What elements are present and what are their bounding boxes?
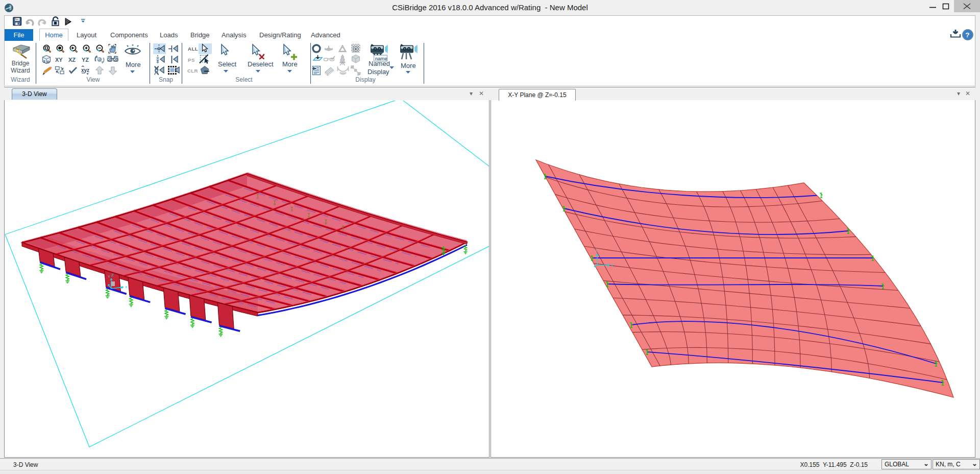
svg-text:x: x — [125, 285, 127, 289]
svg-text:PS: PS — [188, 57, 195, 63]
svg-text:XY: XY — [55, 57, 63, 63]
svg-text:XZ: XZ — [68, 57, 76, 63]
svg-text:More: More — [401, 62, 416, 69]
svg-text:YZ: YZ — [82, 57, 89, 63]
svg-text:ALL: ALL — [188, 46, 198, 52]
svg-text:Deselect: Deselect — [248, 60, 274, 68]
svg-text:More: More — [282, 60, 298, 68]
svg-text:?: ? — [965, 31, 969, 39]
svg-text:Y: Y — [595, 249, 598, 253]
svg-text:Display: Display — [368, 68, 389, 76]
svg-text:Z: Z — [111, 273, 114, 277]
svg-text:xyz: xyz — [81, 67, 89, 73]
svg-text:CLR: CLR — [187, 68, 198, 74]
svg-text:D: D — [47, 60, 50, 64]
svg-text:3: 3 — [43, 59, 45, 64]
svg-text:Y: Y — [108, 274, 111, 279]
svg-text:Named: Named — [369, 60, 390, 67]
svg-text:Select: Select — [218, 60, 237, 68]
svg-text:X: X — [611, 263, 614, 268]
svg-text:More: More — [126, 61, 141, 68]
